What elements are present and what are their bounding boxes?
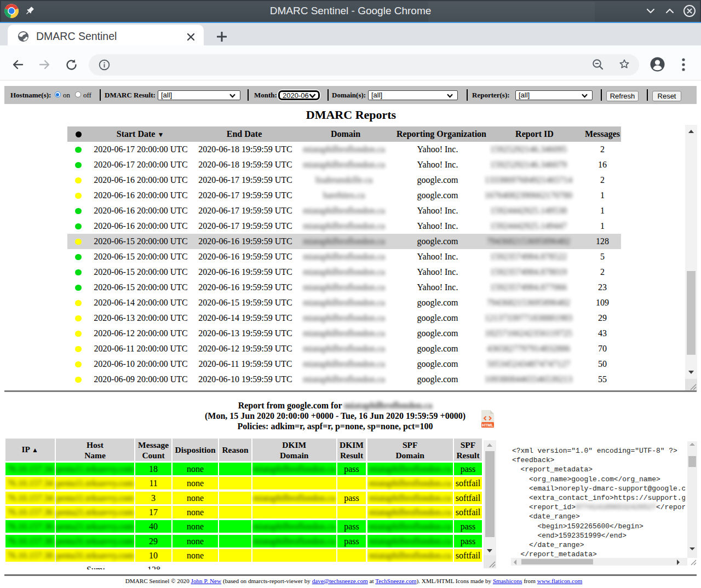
svg-text:HTML: HTML bbox=[482, 423, 493, 428]
